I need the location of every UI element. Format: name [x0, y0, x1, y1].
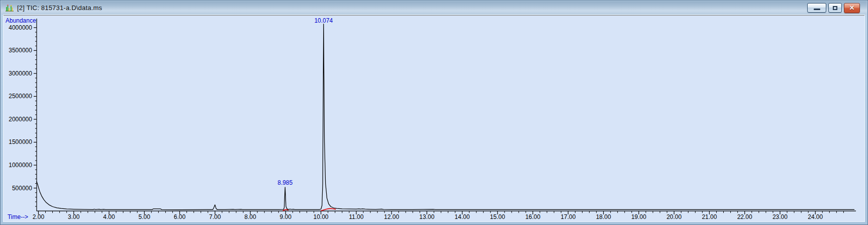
- x-tick-label: 8.00: [244, 213, 256, 220]
- y-tick-label: 2000000: [9, 116, 32, 123]
- x-tick-label: 23.00: [773, 213, 788, 220]
- x-tick-label: 22.00: [737, 213, 752, 220]
- y-tick-label: 3000000: [9, 70, 32, 77]
- peak-retention-label: 8.985: [277, 179, 293, 186]
- tic-chromatogram[interactable]: 2.003.004.005.006.007.008.009.0010.0011.…: [4, 16, 864, 221]
- x-tick-label: 13.00: [419, 213, 434, 220]
- x-tick-label: 19.00: [631, 213, 646, 220]
- window-title: [2] TIC: 815731-a.D\data.ms: [17, 4, 807, 12]
- x-tick-label: 11.00: [349, 213, 363, 220]
- restore-button[interactable]: [828, 3, 842, 13]
- peak-retention-label: 10.074: [314, 17, 333, 24]
- x-tick-label: 20.00: [666, 213, 682, 220]
- peak-integration-baseline: [283, 209, 288, 210]
- close-button[interactable]: ✕: [844, 3, 860, 13]
- x-tick-label: 2.00: [33, 213, 45, 220]
- x-tick-label: 7.00: [209, 213, 221, 220]
- minimize-button[interactable]: [807, 3, 826, 13]
- x-tick-label: 17.00: [560, 213, 575, 220]
- close-icon: ✕: [849, 5, 855, 11]
- y-tick-label: 500000: [12, 185, 32, 192]
- peak-integration-baseline: [321, 208, 336, 210]
- x-tick-label: 4.00: [103, 213, 115, 220]
- y-tick-label: 1000000: [9, 162, 32, 169]
- x-tick-label: 16.00: [525, 213, 540, 220]
- chromatogram-app-icon: [5, 4, 14, 12]
- y-axis-title: Abundance: [6, 17, 36, 24]
- x-tick-label: 12.00: [384, 213, 399, 220]
- x-tick-label: 15.00: [490, 213, 505, 220]
- y-tick-label: 2500000: [9, 93, 32, 100]
- x-tick-label: 3.00: [68, 213, 80, 220]
- minimize-icon: [814, 9, 820, 10]
- title-bar[interactable]: [2] TIC: 815731-a.D\data.ms ✕: [1, 1, 867, 15]
- x-tick-label: 21.00: [702, 213, 717, 220]
- x-tick-label: 9.00: [280, 213, 292, 220]
- client-area: 2.003.004.005.006.007.008.009.0010.0011.…: [4, 15, 864, 221]
- y-tick-label: 1500000: [9, 139, 32, 146]
- x-tick-label: 6.00: [174, 213, 186, 220]
- x-tick-label: 18.00: [596, 213, 611, 220]
- x-tick-label: 14.00: [455, 213, 470, 220]
- restore-icon: [833, 6, 837, 10]
- window-controls: ✕: [807, 3, 863, 13]
- y-tick-label: 3500000: [9, 47, 32, 54]
- x-tick-label: 24.00: [808, 213, 823, 220]
- x-tick-label: 10.00: [314, 213, 329, 220]
- tic-trace: [37, 24, 854, 210]
- chromatogram-window: [2] TIC: 815731-a.D\data.ms ✕ 2.003.004.…: [0, 0, 868, 225]
- y-tick-label: 4000000: [9, 24, 32, 31]
- x-tick-label: 5.00: [139, 213, 151, 220]
- x-axis-title: Time-->: [8, 213, 28, 220]
